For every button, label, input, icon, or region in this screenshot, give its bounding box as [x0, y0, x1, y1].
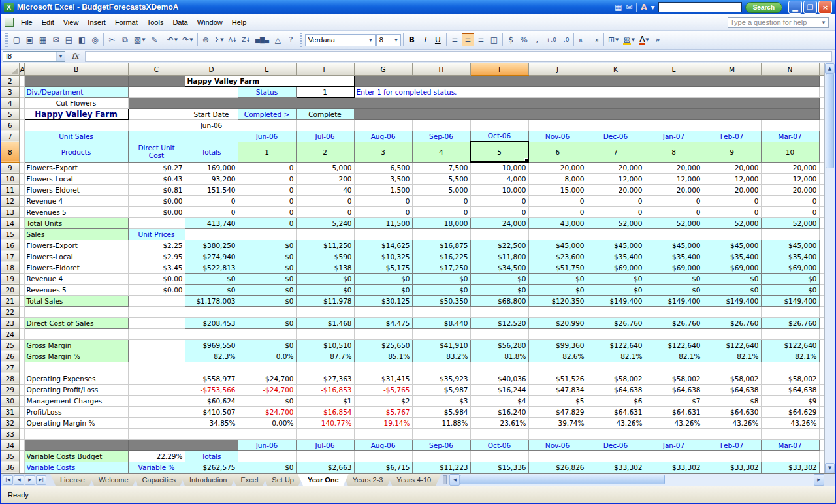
cell-M21[interactable]: $149,400: [703, 295, 761, 306]
cell-N34[interactable]: Mar-07: [761, 439, 819, 450]
cell-D6[interactable]: Jun-06: [185, 119, 238, 131]
cell-M11[interactable]: 20,000: [703, 184, 761, 195]
sheet-tab-welcome[interactable]: Welcome: [89, 474, 138, 486]
print-preview-button[interactable]: ◧: [76, 33, 88, 46]
row-header-36[interactable]: 36: [1, 462, 19, 473]
cell-D25[interactable]: $969,550: [185, 339, 238, 351]
cell-H9[interactable]: 7,500: [412, 162, 470, 173]
addin-sign-icon[interactable]: A: [641, 3, 647, 12]
cell-C5[interactable]: [128, 108, 185, 119]
cell-L32[interactable]: 43.26%: [645, 417, 703, 428]
cell-C13[interactable]: $0.00: [128, 206, 185, 217]
row-header-6[interactable]: 6: [1, 119, 19, 131]
cell-D15[interactable]: [185, 228, 238, 240]
cell-G18[interactable]: $5,175: [354, 262, 412, 273]
cell-H17[interactable]: $16,225: [412, 251, 470, 262]
cell-I35[interactable]: [470, 450, 528, 462]
cell-E6[interactable]: [238, 119, 296, 131]
format-painter-button[interactable]: ✎: [148, 33, 161, 46]
menu-tools[interactable]: Tools: [142, 16, 169, 29]
cell-N18[interactable]: $69,000: [761, 262, 819, 273]
cell-K12[interactable]: 0: [587, 195, 645, 206]
cell-B6[interactable]: [24, 119, 128, 131]
column-header-G[interactable]: G: [354, 63, 412, 75]
cell-E31[interactable]: -$24,700: [238, 406, 296, 417]
cell-D2[interactable]: Happy Valley Farm: [185, 75, 354, 86]
cell-C33[interactable]: [128, 428, 185, 439]
horizontal-scroll-track[interactable]: [460, 474, 814, 486]
cell-M24[interactable]: [703, 328, 761, 339]
cell-M35[interactable]: [703, 450, 761, 462]
cell-F34[interactable]: Jul-06: [296, 439, 354, 450]
cell-C9[interactable]: $0.27: [128, 162, 185, 173]
cell-A3[interactable]: [19, 86, 24, 97]
cell-G16[interactable]: $14,625: [354, 240, 412, 251]
cell-C16[interactable]: $2.25: [128, 240, 185, 251]
cell-A25[interactable]: [19, 339, 24, 351]
cell-A34[interactable]: [19, 439, 24, 450]
cell-G33[interactable]: [354, 428, 412, 439]
cell-F26[interactable]: 87.7%: [296, 351, 354, 362]
menu-window[interactable]: Window: [193, 16, 227, 29]
cell-D36[interactable]: $262,575: [185, 462, 238, 473]
cell-F11[interactable]: 40: [296, 184, 354, 195]
cell-C31[interactable]: [128, 406, 185, 417]
cell-K7[interactable]: Dec-06: [587, 131, 645, 142]
cell-B25[interactable]: Gross Margin: [24, 339, 128, 351]
cell-H6[interactable]: [412, 119, 470, 131]
cell-K23[interactable]: $26,760: [587, 317, 645, 328]
cell-F35[interactable]: [296, 450, 354, 462]
cell-C15[interactable]: Unit Prices: [128, 228, 185, 240]
cell-L25[interactable]: $122,640: [645, 339, 703, 351]
sheet-tab-capacities[interactable]: Capacities: [133, 474, 185, 486]
cell-C4[interactable]: [128, 97, 819, 108]
row-header-23[interactable]: 23: [1, 317, 19, 328]
cell-I9[interactable]: 10,000: [470, 162, 528, 173]
cell-D28[interactable]: $558,977: [185, 373, 238, 384]
chevron-down-icon[interactable]: ▼: [368, 38, 373, 42]
email-button[interactable]: ✉: [50, 33, 62, 46]
cell-N31[interactable]: $64,629: [761, 406, 819, 417]
chevron-down-icon[interactable]: ▼: [220, 37, 223, 42]
cell-G6[interactable]: [354, 119, 412, 131]
row-header-28[interactable]: 28: [1, 373, 19, 384]
cell-F12[interactable]: 0: [296, 195, 354, 206]
titlebar-search-input[interactable]: [658, 2, 742, 12]
cell-I25[interactable]: $56,280: [470, 339, 528, 351]
cell-H20[interactable]: $0: [412, 284, 470, 295]
cell-G25[interactable]: $25,650: [354, 339, 412, 351]
cell-M9[interactable]: 20,000: [703, 162, 761, 173]
cell-A23[interactable]: [19, 317, 24, 328]
cell-H16[interactable]: $16,875: [412, 240, 470, 251]
cell-E23[interactable]: $0: [238, 317, 296, 328]
cell-G22[interactable]: [354, 306, 412, 317]
chevron-down-icon[interactable]: ▼: [645, 37, 649, 42]
cell-B19[interactable]: Revenue 4: [24, 273, 128, 284]
cell-H26[interactable]: 83.2%: [412, 351, 470, 362]
cell-B36[interactable]: Variable Costs: [24, 462, 128, 473]
cell-B16[interactable]: Flowers-Export: [24, 240, 128, 251]
cell-J30[interactable]: $5: [528, 395, 587, 406]
cell-A18[interactable]: [19, 262, 24, 273]
cell-H34[interactable]: Sep-06: [412, 439, 470, 450]
row-header-19[interactable]: 19: [1, 273, 19, 284]
cell-I12[interactable]: 0: [470, 195, 528, 206]
cell-L34[interactable]: Jan-07: [645, 439, 703, 450]
cell-J25[interactable]: $99,360: [528, 339, 587, 351]
select-all-corner[interactable]: [1, 63, 19, 75]
cell-B28[interactable]: Operating Expenses: [24, 373, 128, 384]
scroll-left-button[interactable]: ◀: [449, 474, 460, 486]
cell-J8[interactable]: 6: [528, 142, 587, 162]
cell-N12[interactable]: 0: [761, 195, 819, 206]
cell-D21[interactable]: $1,178,003: [185, 295, 238, 306]
restore-button[interactable]: ❐: [803, 1, 817, 14]
cell-I22[interactable]: [470, 306, 528, 317]
cell-G19[interactable]: $0: [354, 273, 412, 284]
cell-J11[interactable]: 15,000: [528, 184, 587, 195]
cell-H30[interactable]: $3: [412, 395, 470, 406]
menu-view[interactable]: View: [59, 16, 84, 29]
menu-help[interactable]: Help: [227, 16, 251, 29]
cell-B30[interactable]: Management Charges: [24, 395, 128, 406]
cell-F22[interactable]: [296, 306, 354, 317]
chevron-down-icon[interactable]: ▼: [142, 37, 145, 42]
